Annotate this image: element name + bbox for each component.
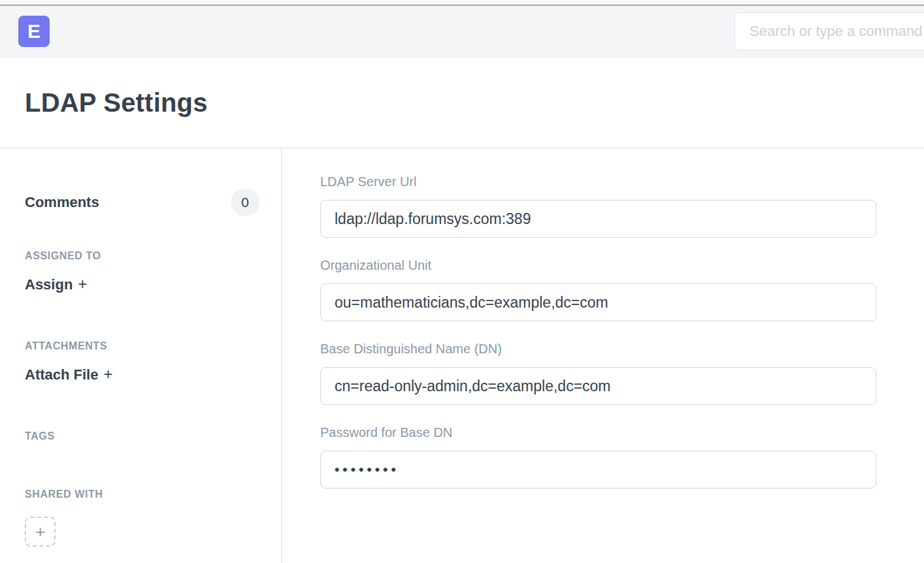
base-dn-password-input[interactable] <box>320 451 876 489</box>
content: Comments 0 ASSIGNED TO Assign+ ATTACHMEN… <box>0 148 924 563</box>
sidebar-section-tags: TAGS <box>25 430 259 442</box>
global-search-input[interactable] <box>734 12 924 50</box>
sidebar-heading-attachments: ATTACHMENTS <box>25 340 259 351</box>
sidebar-section-assigned-to: ASSIGNED TO Assign+ <box>25 250 259 293</box>
navbar: E <box>0 6 924 57</box>
assign-button-label: Assign <box>25 276 73 293</box>
form-sidebar: Comments 0 ASSIGNED TO Assign+ ATTACHMEN… <box>0 148 281 563</box>
sidebar-heading-tags: TAGS <box>25 430 259 442</box>
field-ldap-server-url: LDAP Server Url <box>320 174 924 238</box>
base-dn-password-label: Password for Base DN <box>320 425 924 440</box>
comments-link[interactable]: Comments 0 <box>25 189 259 216</box>
sidebar-section-attachments: ATTACHMENTS Attach File+ <box>25 340 259 383</box>
app-logo-letter: E <box>27 20 41 42</box>
field-base-dn: Base Distinguished Name (DN) <box>320 342 924 405</box>
base-dn-label: Base Distinguished Name (DN) <box>320 342 924 357</box>
organizational-unit-label: Organizational Unit <box>320 258 924 273</box>
assign-button[interactable]: Assign+ <box>25 276 259 293</box>
page-title: LDAP Settings <box>25 88 208 118</box>
comments-label: Comments <box>25 194 99 211</box>
ldap-settings-form: LDAP Server Url Organizational Unit Base… <box>281 148 924 563</box>
field-base-dn-password: Password for Base DN <box>320 425 924 489</box>
add-share-button[interactable]: + <box>25 517 56 547</box>
plus-icon: + <box>78 275 87 293</box>
comments-count-badge: 0 <box>231 189 259 216</box>
window-top-strip <box>0 0 924 6</box>
plus-icon: + <box>103 365 112 383</box>
ldap-server-url-input[interactable] <box>320 200 876 238</box>
ldap-server-url-label: LDAP Server Url <box>320 174 924 189</box>
sidebar-section-shared-with: SHARED WITH + <box>25 489 259 547</box>
sidebar-heading-shared-with: SHARED WITH <box>25 489 259 500</box>
sidebar-heading-assigned-to: ASSIGNED TO <box>25 250 259 261</box>
base-dn-input[interactable] <box>320 367 876 405</box>
title-bar: LDAP Settings <box>0 57 924 148</box>
attach-file-button[interactable]: Attach File+ <box>25 366 259 383</box>
plus-icon: + <box>35 523 45 540</box>
organizational-unit-input[interactable] <box>320 283 876 321</box>
app-logo[interactable]: E <box>18 16 50 47</box>
field-organizational-unit: Organizational Unit <box>320 258 924 321</box>
attach-file-button-label: Attach File <box>25 366 98 383</box>
